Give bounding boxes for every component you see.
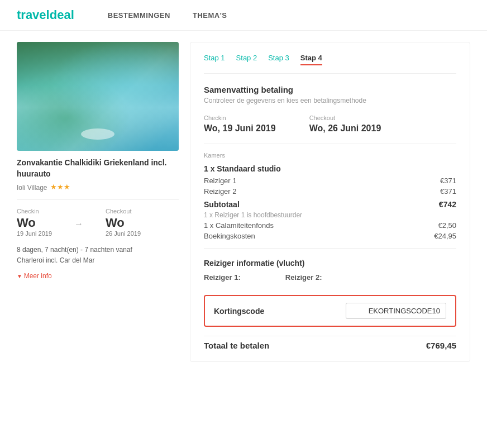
step-3[interactable]: Stap 3 <box>268 54 289 65</box>
logo-accent: deal <box>50 8 74 22</box>
calamiteiten-price: €2,50 <box>438 221 456 230</box>
meer-info-link[interactable]: Meer info <box>17 272 179 280</box>
trip-info-line1: 8 dagen, 7 nacht(en) - 7 nachten vanaf <box>17 245 179 255</box>
main-content: Zonvakantie Chalkidiki Griekenland incl.… <box>0 31 487 373</box>
traveler2-row: Reiziger 2 €371 <box>204 187 456 196</box>
hotel-title: Zonvakantie Chalkidiki Griekenland incl.… <box>17 158 179 179</box>
traveler2-price: €371 <box>440 187 456 196</box>
step-2[interactable]: Stap 2 <box>236 54 257 65</box>
kortingscode-input[interactable] <box>346 303 446 319</box>
checkout-block: Checkout Wo 26 Juni 2019 <box>106 208 141 237</box>
nav-themas[interactable]: THEMA'S <box>193 11 227 20</box>
left-panel: Zonvakantie Chalkidiki Griekenland incl.… <box>17 42 179 362</box>
divider-dates <box>204 144 456 144</box>
divider <box>17 199 179 200</box>
checkin-info-value: Wo, 19 Juni 2019 <box>204 123 276 134</box>
navigation: BESTEMMINGEN THEMA'S <box>108 11 227 20</box>
steps-nav: Stap 1 Stap 2 Stap 3 Stap 4 <box>204 54 456 74</box>
totaal-label: Totaal te betalen <box>204 341 269 350</box>
calamiteiten-label: 1 x Calamiteitenfonds <box>204 221 274 230</box>
checkout-info: Checkout Wo, 26 Juni 2019 <box>309 115 381 134</box>
checkin-checkout-row: Checkin Wo 19 Juni 2019 → Checkout Wo 26… <box>17 208 179 237</box>
subtotaal-row: Subtotaal €742 <box>204 200 456 209</box>
boekingskosten-row: Boekingskosten €24,95 <box>204 232 456 240</box>
traveler1-row: Reiziger 1 €371 <box>204 177 456 185</box>
hotel-name-row: Ioli Village ★★★ <box>17 182 179 192</box>
logo[interactable]: traveldeal <box>17 8 74 22</box>
traveler1-price: €371 <box>440 177 456 185</box>
checkin-day: Wo <box>17 216 52 230</box>
checkout-label: Checkout <box>106 208 141 215</box>
rooms-label: Kamers <box>204 152 456 159</box>
checkout-day: Wo <box>106 216 141 230</box>
destination-image <box>17 42 179 151</box>
checkin-block: Checkin Wo 19 Juni 2019 <box>17 208 52 237</box>
room-title: 1 x Standaard studio <box>204 164 456 173</box>
section-subtitle: Controleer de gegevens en kies een betal… <box>204 97 456 104</box>
arrow-icon: → <box>74 219 83 237</box>
header: traveldeal BESTEMMINGEN THEMA'S <box>0 0 487 31</box>
hotel-name: Ioli Village <box>17 184 47 192</box>
checkout-info-label: Checkout <box>309 115 381 121</box>
trip-info-line2: Charleroi incl. Car del Mar <box>17 255 179 266</box>
reiziger-cols: Reiziger 1: Reiziger 2: <box>204 273 456 282</box>
checkin-label: Checkin <box>17 208 52 215</box>
checkin-info-label: Checkin <box>204 115 276 121</box>
dates-row: Checkin Wo, 19 Juni 2019 Checkout Wo, 26… <box>204 115 456 134</box>
totaal-row: Totaal te betalen €769,45 <box>204 336 456 350</box>
reiziger-section-title: Reiziger informatie (vlucht) <box>204 259 456 268</box>
subtotaal-label: Subtotaal <box>204 200 240 209</box>
reiziger1-col-label: Reiziger 1: <box>204 273 241 282</box>
checkin-date: 19 Juni 2019 <box>17 230 52 237</box>
step-1[interactable]: Stap 1 <box>204 54 225 65</box>
kortingscode-label: Kortingscode <box>214 307 264 316</box>
note1: 1 x Reiziger 1 is hoofdbestuurder <box>204 211 456 219</box>
checkout-info-value: Wo, 26 Juni 2019 <box>309 123 381 134</box>
nav-bestemmingen[interactable]: BESTEMMINGEN <box>108 11 170 20</box>
kortingscode-box: Kortingscode <box>204 295 456 327</box>
boekingskosten-label: Boekingskosten <box>204 232 255 240</box>
section-title: Samenvatting betaling <box>204 85 456 94</box>
reiziger2-col-label: Reiziger 2: <box>285 273 322 282</box>
traveler1-label: Reiziger 1 <box>204 177 237 185</box>
calamiteiten-row: 1 x Calamiteitenfonds €2,50 <box>204 221 456 230</box>
totaal-price: €769,45 <box>426 341 456 350</box>
logo-text: travel <box>17 8 50 22</box>
subtotaal-price: €742 <box>439 200 456 209</box>
hotel-stars: ★★★ <box>50 183 70 191</box>
boekingskosten-price: €24,95 <box>434 232 456 240</box>
divider-costs <box>204 248 456 249</box>
checkin-info: Checkin Wo, 19 Juni 2019 <box>204 115 276 134</box>
traveler2-label: Reiziger 2 <box>204 187 237 196</box>
step-4[interactable]: Stap 4 <box>300 54 322 65</box>
reiziger-section: Reiziger informatie (vlucht) Reiziger 1:… <box>204 259 456 282</box>
checkout-date: 26 Juni 2019 <box>106 230 141 237</box>
right-panel: Stap 1 Stap 2 Stap 3 Stap 4 Samenvatting… <box>190 42 470 362</box>
trip-info: 8 dagen, 7 nacht(en) - 7 nachten vanaf C… <box>17 245 179 266</box>
